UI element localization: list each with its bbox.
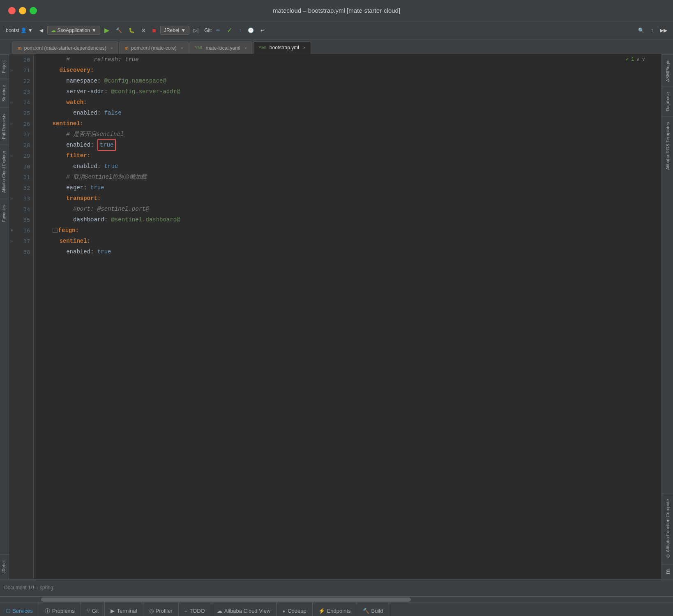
fold-icon-21[interactable]: ▷ — [11, 68, 13, 72]
right-panel-maven[interactable]: m — [662, 564, 673, 579]
todo-button[interactable]: ≡ TODO — [179, 602, 211, 616]
problems-icon: ⓘ — [45, 607, 50, 615]
expand-icon[interactable]: ∧ — [637, 54, 640, 65]
tab-mate-local[interactable]: YML mate-local.yaml × — [189, 41, 252, 54]
tab-pom-deps[interactable]: m pom.xml (mate-starter-dependencies) × — [12, 41, 118, 54]
code-line-35: dashboard: @sentinel.dashboard@ — [34, 214, 661, 225]
sidebar-item-jrebel[interactable]: JRebel — [0, 554, 9, 579]
scrollbar-thumb[interactable] — [41, 598, 411, 602]
scrollbar-track[interactable] — [0, 596, 673, 602]
update-button[interactable]: ↑ — [648, 26, 656, 35]
tab-close-pom-core[interactable]: × — [181, 46, 183, 51]
fold-icon-33[interactable]: ▷ — [11, 196, 13, 200]
build-icon: 🔨 — [116, 28, 122, 33]
line-26: ▷ 26 — [9, 118, 33, 129]
terminal-button[interactable]: ▶ Terminal — [105, 602, 143, 616]
line-31: 31 — [9, 172, 33, 182]
code-line-37: sentinel: — [34, 236, 661, 246]
codeup-icon: ⬧ — [282, 608, 286, 614]
collapse-icon[interactable]: ∨ — [642, 54, 645, 65]
fold-icon-26[interactable]: ▷ — [11, 122, 13, 126]
coverage-icon: ⊙ — [141, 28, 145, 33]
line-24: ▷ 24 — [9, 97, 33, 108]
tab-close-mate-local[interactable]: × — [244, 46, 247, 51]
sidebar-item-structure[interactable]: Structure — [0, 79, 9, 108]
checkmark-icon: ✓ — [626, 54, 629, 65]
tab-icon-bootstrap: YML — [258, 46, 267, 50]
build-button[interactable]: 🔨 — [113, 26, 124, 35]
services-button[interactable]: ⬡ Services — [0, 602, 39, 616]
sidebar-item-favorites[interactable]: Favorites — [0, 199, 9, 228]
tab-close-pom-deps[interactable]: × — [111, 46, 113, 51]
close-button[interactable] — [8, 7, 16, 14]
git-button[interactable]: ⑂ Git — [81, 602, 105, 616]
tab-bar: m pom.xml (mate-starter-dependencies) × … — [0, 39, 673, 54]
tab-close-bootstrap[interactable]: × — [303, 45, 306, 50]
tab-icon-mate-local: YML — [195, 46, 203, 50]
git-push-button[interactable]: ↑ — [236, 26, 244, 35]
profiler-button[interactable]: ◎ Profiler — [143, 602, 179, 616]
git-check-button[interactable]: ✓ — [224, 25, 235, 36]
jrebel-selector[interactable]: JRebel ▼ — [160, 26, 189, 35]
git-label: Git — [92, 608, 99, 614]
project-button[interactable]: bootst 👤 ▼ — [3, 26, 35, 35]
tab-label-mate-local: mate-local.yaml — [206, 45, 240, 51]
more-button[interactable]: ▶▶ — [657, 26, 670, 35]
build-button[interactable]: 🔨 Build — [357, 602, 390, 616]
build-label: Build — [371, 608, 383, 614]
back-icon: ◀ — [39, 28, 43, 33]
code-line-28: enabled: true — [34, 140, 661, 150]
maximize-button[interactable] — [30, 7, 37, 14]
code-line-29: filter: — [34, 150, 661, 161]
search-icon: 🔍 — [638, 28, 644, 33]
right-sidebar: ASMPlugin Database Alibaba ROS Templates… — [661, 54, 673, 579]
run-to-icon: ▷| — [194, 28, 198, 33]
tab-bootstrap[interactable]: YML bootstrap.yml × — [253, 41, 311, 54]
main-toolbar: bootst 👤 ▼ ◀ ☁ SsoApplication ▼ ▶ 🔨 🐛 ⊙ … — [0, 21, 673, 39]
hint-bar: Document 1/1 › spring: — [0, 579, 673, 596]
line-20: 20 — [9, 54, 33, 65]
alibaba-cloud-label: Alibaba Cloud View — [224, 608, 271, 614]
alibaba-cloud-button[interactable]: ☁ Alibaba Cloud View — [211, 602, 277, 616]
sidebar-item-alibaba-cloud[interactable]: Alibaba Cloud Explorer — [0, 145, 9, 198]
endpoints-label: Endpoints — [327, 608, 351, 614]
run-to-button[interactable]: ▷| — [191, 26, 201, 35]
line-32: 32 — [9, 182, 33, 193]
minimize-button[interactable] — [19, 7, 26, 14]
code-line-30: enabled: true — [34, 161, 661, 172]
right-panel-alibaba-func[interactable]: ⚙ Alibaba Function Compute — [662, 494, 673, 563]
stop-icon: ◼ — [152, 28, 156, 33]
fold-icon-37[interactable]: ▷ — [11, 239, 13, 243]
problems-button[interactable]: ⓘ Problems — [39, 602, 81, 616]
git-revert-button[interactable]: ↩ — [258, 26, 267, 35]
git-bottom-icon: ⑂ — [87, 608, 90, 614]
fold-icon-24[interactable]: ▷ — [11, 100, 13, 104]
code-hint-bar: ✓ 1 ∧ ∨ — [626, 54, 645, 65]
right-panel-alibaba-ros[interactable]: Alibaba ROS Templates — [662, 117, 673, 175]
right-panel-database[interactable]: Database — [662, 87, 673, 116]
fold-icon-36[interactable]: ▼ — [11, 228, 13, 232]
right-panel-asmplugin[interactable]: ASMPlugin — [662, 54, 673, 87]
code-editor[interactable]: ✓ 1 ∧ ∨ # refresh: true discovery: names… — [34, 54, 661, 579]
search-button[interactable]: 🔍 — [636, 26, 647, 35]
hint-count: 1 — [631, 54, 634, 65]
sidebar-item-project[interactable]: Project — [0, 54, 9, 79]
debug-button[interactable]: 🐛 — [126, 26, 137, 35]
jrebel-dropdown-icon: ▼ — [181, 28, 186, 33]
endpoints-button[interactable]: ⚡ Endpoints — [313, 602, 357, 616]
stop-button[interactable]: ◼ — [150, 26, 159, 35]
sidebar-item-pull-requests[interactable]: Pull Requests — [0, 108, 9, 145]
tab-pom-core[interactable]: m pom.xml (mate-core) × — [119, 41, 189, 54]
fold-icon-29[interactable]: ▷ — [11, 154, 13, 158]
coverage-button[interactable]: ⊙ — [139, 26, 148, 35]
run-button[interactable]: ▶ — [102, 25, 112, 36]
app-selector[interactable]: ☁ SsoApplication ▼ — [47, 26, 100, 35]
git-edit-button[interactable]: ✏ — [214, 26, 223, 35]
git-history-button[interactable]: 🕐 — [245, 26, 256, 35]
back-button[interactable]: ◀ — [37, 26, 46, 35]
terminal-icon: ▶ — [111, 608, 115, 614]
tab-label-pom-core: pom.xml (mate-core) — [131, 45, 177, 51]
line-34: 34 — [9, 204, 33, 214]
codeup-button[interactable]: ⬧ Codeup — [277, 602, 313, 616]
terminal-label: Terminal — [117, 608, 137, 614]
